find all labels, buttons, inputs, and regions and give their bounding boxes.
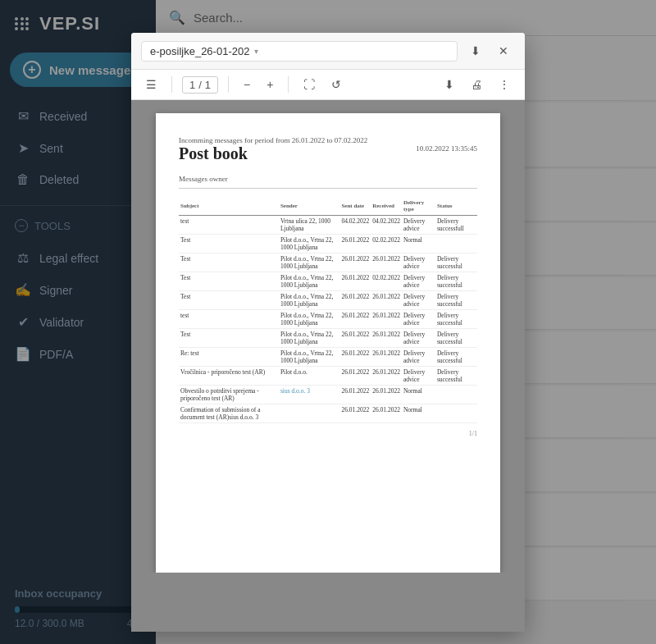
pdf-book-title: Post book [179, 144, 248, 163]
pdf-page-num: 1/1 [179, 430, 477, 437]
col-subject: Subject [179, 197, 279, 216]
cell-sent: 26.01.2022 [339, 253, 371, 272]
pdf-table-row: Test Pilot d.o.o., Vrtna 22, 1000 Ljublj… [179, 329, 477, 348]
cell-status: Delivery successful [435, 253, 477, 272]
cell-status: Delivery successful [435, 329, 477, 348]
cell-sender [279, 404, 340, 423]
pdf-table-row: Re: test Pilot d.o.o., Vrtna 22, 1000 Lj… [179, 348, 477, 367]
pdf-viewer-window: e-posiljke_26-01-202 ▾ ⬇ ✕ ☰ 1 / 1 − + ⛶… [131, 33, 525, 632]
cell-sent: 26.01.2022 [339, 404, 371, 423]
col-dtype: Delivery type [402, 197, 435, 216]
pdf-table-row: Test Pilot d.o.o., Vrtna 22, 1000 Ljublj… [179, 253, 477, 272]
cell-subject: Test [179, 272, 279, 291]
cell-subject: test [179, 310, 279, 329]
cell-received: 04.02.2022 [371, 216, 402, 235]
pdf-tab-label: e-posiljke_26-01-202 [150, 45, 249, 57]
pdf-messages-owner: Messages owner [179, 175, 477, 189]
cell-received: 26.01.2022 [371, 291, 402, 310]
cell-status: Delivery successful [435, 310, 477, 329]
cell-received: 26.01.2022 [371, 310, 402, 329]
pdf-page-total: 1 [205, 79, 211, 91]
cell-status [435, 404, 477, 423]
pdf-rotate-button[interactable]: ↺ [326, 75, 346, 94]
pdf-fit-button[interactable]: ⛶ [298, 75, 320, 94]
toolbar-sep-2 [228, 76, 229, 93]
col-sender: Sender [279, 197, 340, 216]
cell-sender: sius d.o.o. 3 [279, 386, 340, 404]
overlay-backdrop: e-posiljke_26-01-202 ▾ ⬇ ✕ ☰ 1 / 1 − + ⛶… [0, 0, 656, 644]
pdf-more-button[interactable]: ⋮ [494, 75, 515, 94]
pdf-page-slash: / [198, 79, 202, 91]
cell-sent: 26.01.2022 [339, 329, 371, 348]
col-sent: Sent date [339, 197, 371, 216]
cell-status [435, 386, 477, 404]
cell-received: 02.02.2022 [371, 272, 402, 291]
pdf-page: Incomming messages for period from 26.01… [156, 113, 500, 573]
cell-status [435, 235, 477, 253]
cell-received: 26.01.2022 [371, 404, 402, 423]
cell-sender: Pilot d.o.o., Vrtna 22, 1000 Ljubljana [279, 348, 340, 367]
pdf-save-button[interactable]: ⬇ [440, 75, 459, 94]
pdf-period-text: Incomming messages for period from 26.01… [179, 136, 477, 144]
cell-sender: Pilot d.o.o., Vrtna 22, 1000 Ljubljana [279, 235, 340, 253]
cell-received: 26.01.2022 [371, 367, 402, 386]
pdf-date: 10.02.2022 13:35:45 [416, 144, 477, 153]
cell-sent: 26.01.2022 [339, 310, 371, 329]
cell-sender: Pilot d.o.o., Vrtna 22, 1000 Ljubljana [279, 253, 340, 272]
pdf-menu-icon[interactable]: ☰ [141, 75, 162, 94]
pdf-print-button[interactable]: 🖨 [466, 75, 487, 94]
pdf-zoom-out-button[interactable]: − [239, 75, 255, 94]
cell-dtype: Normal [402, 386, 435, 404]
cell-subject: Test [179, 329, 279, 348]
cell-sent: 26.01.2022 [339, 367, 371, 386]
pdf-zoom-in-button[interactable]: + [262, 75, 278, 94]
cell-received: 26.01.2022 [371, 386, 402, 404]
cell-status: Delivery successful [435, 348, 477, 367]
col-status: Status [435, 197, 477, 216]
toolbar-sep-1 [171, 76, 172, 93]
cell-subject: test [179, 216, 279, 235]
cell-subject: Test [179, 253, 279, 272]
cell-sender: Pilot d.o.o. [279, 367, 340, 386]
pdf-page-info: 1 / 1 [182, 76, 218, 94]
cell-sent: 26.01.2022 [339, 348, 371, 367]
cell-status: Delivery successful [435, 272, 477, 291]
cell-subject: Re: test [179, 348, 279, 367]
pdf-content[interactable]: Incomming messages for period from 26.01… [131, 100, 525, 632]
pdf-table-row: Confirmation of submission of a document… [179, 404, 477, 423]
cell-subject: Test [179, 235, 279, 253]
pdf-page-current: 1 [189, 79, 195, 91]
cell-dtype: Delivery advice [402, 348, 435, 367]
cell-sender: Vrtna ulica 22, 1000 Ljubljana [279, 216, 340, 235]
cell-dtype: Delivery advice [402, 216, 435, 235]
pdf-viewer-titlebar: e-posiljke_26-01-202 ▾ ⬇ ✕ [131, 33, 525, 70]
pdf-download-icon[interactable]: ⬇ [464, 39, 487, 62]
cell-sender: Pilot d.o.o., Vrtna 22, 1000 Ljubljana [279, 310, 340, 329]
cell-subject: Confirmation of submission of a document… [179, 404, 279, 423]
chevron-down-icon: ▾ [254, 47, 258, 56]
pdf-footer-gray [144, 573, 512, 619]
toolbar-sep-3 [288, 76, 289, 93]
pdf-table-row: Test Pilot d.o.o., Vrtna 22, 1000 Ljublj… [179, 235, 477, 253]
cell-received: 26.01.2022 [371, 348, 402, 367]
cell-status: Delivery successful [435, 291, 477, 310]
pdf-page-header: Post book 10.02.2022 13:35:45 [179, 144, 477, 165]
cell-dtype: Delivery advice [402, 253, 435, 272]
cell-sender: Pilot d.o.o., Vrtna 22, 1000 Ljubljana [279, 272, 340, 291]
cell-received: 26.01.2022 [371, 329, 402, 348]
pdf-close-button[interactable]: ✕ [492, 39, 515, 62]
pdf-title-tab[interactable]: e-posiljke_26-01-202 ▾ [141, 41, 458, 62]
cell-dtype: Delivery advice [402, 272, 435, 291]
pdf-table-row: Test Pilot d.o.o., Vrtna 22, 1000 Ljublj… [179, 272, 477, 291]
cell-received: 02.02.2022 [371, 235, 402, 253]
pdf-toolbar: ☰ 1 / 1 − + ⛶ ↺ ⬇ 🖨 ⋮ [131, 70, 525, 100]
cell-status: Delivery successfull [435, 216, 477, 235]
cell-sent: 04.02.2022 [339, 216, 371, 235]
cell-sent: 26.01.2022 [339, 235, 371, 253]
cell-subject: Obvestilo o potrditvi sprejema - priporo… [179, 386, 279, 404]
pdf-table-row: Obvestilo o potrditvi sprejema - priporo… [179, 386, 477, 404]
cell-dtype: Normal [402, 235, 435, 253]
cell-dtype: Delivery advice [402, 367, 435, 386]
pdf-table-row: test Pilot d.o.o., Vrtna 22, 1000 Ljublj… [179, 310, 477, 329]
pdf-table-row: Test Pilot d.o.o., Vrtna 22, 1000 Ljublj… [179, 291, 477, 310]
